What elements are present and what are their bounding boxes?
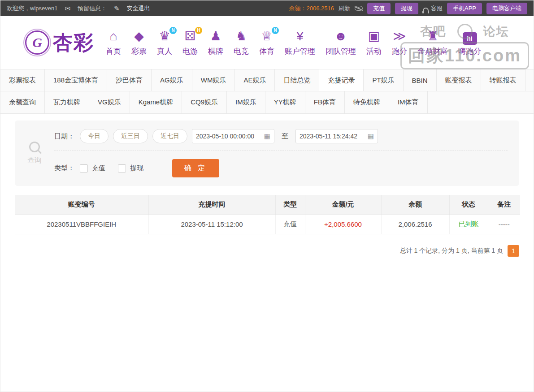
tab-item[interactable]: PT娱乐 (364, 69, 403, 91)
pc-client-button[interactable]: 电脑客户端 (486, 3, 527, 14)
nav-item-lottery[interactable]: ◆彩票 (131, 29, 147, 56)
nav-item-chess-cards[interactable]: ♟棋牌 (208, 29, 223, 56)
calendar-icon[interactable]: ▦ (368, 132, 374, 140)
tab-item[interactable]: 188金宝博体育 (45, 69, 107, 91)
topbar-left: 欢迎您，wipseven1 ✉ 预留信息： ✎ 安全退出 (7, 4, 150, 13)
tab-item[interactable]: 转账报表 (481, 69, 525, 91)
nav-item-hi-paofen[interactable]: hi嗨跑分 (458, 30, 481, 56)
nav-item-esports[interactable]: ♞电竞 (234, 29, 249, 56)
query-block: 查询 (15, 126, 54, 180)
tab-item[interactable]: VG娱乐 (89, 91, 130, 113)
nav-item-account-manage[interactable]: ¥账户管理 (285, 29, 315, 56)
type-checkbox[interactable]: 提现 (118, 164, 143, 172)
tab-item[interactable]: 特免棋牌 (345, 91, 389, 113)
table-header-row: 账变编号充提时间类型金额/元余额状态备注 (15, 195, 520, 215)
nav-label: 团队管理 (326, 46, 356, 56)
checkbox-label: 提现 (130, 164, 143, 172)
chess-cards-icon: ♟ (209, 29, 222, 45)
nav-item-activity-gift[interactable]: ▣活动 (366, 29, 382, 56)
recharge-button[interactable]: 充值 (367, 3, 391, 14)
balance-label: 余额： (289, 5, 307, 12)
headset-icon (423, 8, 429, 12)
type-checkbox[interactable]: 充值 (80, 164, 105, 172)
tab-item[interactable]: IM体育 (389, 91, 428, 113)
nav-item-sports-trophy[interactable]: ♕N体育 (259, 29, 274, 56)
page: 欢迎您，wipseven1 ✉ 预留信息： ✎ 安全退出 余额：2006.251… (0, 0, 534, 392)
confirm-button[interactable]: 确 定 (172, 159, 219, 177)
badge-n-icon: N (169, 27, 177, 34)
date-to-input[interactable]: 2023-05-11 15:24:42 ▦ (295, 129, 378, 143)
tab-item[interactable]: 充提记录 (319, 69, 364, 91)
type-options: 充值提现 (80, 164, 156, 172)
tab-item[interactable]: IM娱乐 (227, 91, 265, 113)
column-header: 充提时间 (148, 195, 275, 215)
column-header: 备注 (488, 195, 520, 215)
tab-item[interactable]: WM娱乐 (192, 69, 235, 91)
tab-item[interactable]: 瓦力棋牌 (45, 91, 89, 113)
table-body: 20230511VBBFFGIEIH2023-05-11 15:12:00充值+… (15, 215, 520, 234)
nav-item-team-manage[interactable]: ☻团队管理 (326, 29, 356, 56)
tab-item[interactable]: 日结总览 (275, 69, 319, 91)
tab-item[interactable]: Kgame棋牌 (130, 91, 182, 113)
date-from-value: 2023-05-10 00:00:00 (196, 133, 254, 140)
date-to-value: 2023-05-11 15:24:42 (300, 133, 357, 140)
tab-item[interactable]: YY棋牌 (265, 91, 305, 113)
paofen-icon: ≫ (393, 29, 406, 45)
tab-item[interactable]: 返点总额 (525, 69, 534, 91)
checkbox-icon[interactable] (80, 164, 88, 172)
tab-item[interactable]: 沙巴体育 (107, 69, 152, 91)
withdraw-button[interactable]: 提现 (395, 3, 418, 14)
brand-logo[interactable]: G 杏彩 (25, 30, 94, 56)
tab-item[interactable]: AE娱乐 (235, 69, 275, 91)
query-label: 查询 (27, 156, 42, 165)
cell-balance: 2,006.2516 (381, 215, 449, 234)
date-filter-row: 日期： 今日近三日近七日 2023-05-10 00:00:00 ▦ 至 202… (54, 126, 508, 151)
tab-item[interactable]: 余额查询 (0, 91, 45, 113)
lottery-icon: ◆ (132, 29, 146, 45)
home-icon: ⌂ (107, 29, 120, 45)
slot-games-icon: ⚄H (183, 29, 197, 45)
nav-item-home[interactable]: ⌂首页 (106, 29, 121, 56)
date-from-input[interactable]: 2023-05-10 00:00:00 ▦ (192, 129, 274, 143)
tab-item[interactable]: 彩票报表 (0, 69, 45, 91)
cell-type: 充值 (275, 215, 305, 234)
golden-wealth-icon: ♜ (426, 29, 439, 45)
nav-item-live-casino[interactable]: ♛N真人 (157, 29, 172, 56)
quick-range-button[interactable]: 近七日 (152, 129, 187, 143)
quick-range-button[interactable]: 今日 (80, 129, 109, 143)
quick-range-button[interactable]: 近三日 (113, 129, 148, 143)
type-label: 类型： (54, 164, 74, 172)
cell-amount: +2,005.6600 (305, 215, 381, 234)
header: G 杏彩 ⌂首页◆彩票♛N真人⚄H电游♟棋牌♞电竞♕N体育¥账户管理☻团队管理▣… (0, 16, 534, 69)
nav-label: 活动 (366, 46, 382, 56)
calendar-icon[interactable]: ▦ (264, 132, 270, 140)
nav-item-golden-wealth[interactable]: ♜金鼎财富 (417, 29, 448, 56)
cell-status: 已到账 (449, 215, 488, 234)
nav-label: 电竞 (234, 46, 249, 56)
eye-off-icon[interactable] (355, 6, 363, 11)
tab-item[interactable]: FB体育 (305, 91, 345, 113)
tab-item[interactable]: AG娱乐 (152, 69, 192, 91)
tab-item[interactable]: 账变报表 (437, 69, 481, 91)
balance-value: 2006.2516 (307, 5, 334, 12)
nav-label: 彩票 (131, 46, 147, 56)
envelope-icon[interactable]: ✉ (65, 5, 70, 12)
account-manage-icon: ¥ (293, 29, 307, 45)
tab-item[interactable]: BBIN (404, 69, 437, 91)
logout-link[interactable]: 安全退出 (127, 4, 150, 13)
edit-icon[interactable]: ✎ (114, 5, 120, 12)
column-header: 账变编号 (15, 195, 148, 215)
nav-item-slot-games[interactable]: ⚄H电游 (182, 29, 198, 56)
nav-label: 体育 (259, 46, 274, 56)
mobile-app-button[interactable]: 手机APP (447, 3, 482, 14)
report-tabstrip: 彩票报表188金宝博体育沙巴体育AG娱乐WM娱乐AE娱乐日结总览充提记录PT娱乐… (0, 69, 534, 114)
brand-logo-icon: G (25, 30, 49, 55)
refresh-button[interactable]: 刷新 (339, 4, 350, 13)
checkbox-icon[interactable] (118, 164, 126, 172)
tab-item[interactable]: CQ9娱乐 (182, 91, 227, 113)
nav-item-paofen[interactable]: ≫跑分 (392, 29, 407, 56)
column-header: 类型 (275, 195, 305, 215)
page-button-1[interactable]: 1 (508, 245, 519, 257)
column-header: 余额 (381, 195, 449, 215)
customer-service[interactable]: 客服 (423, 4, 443, 13)
